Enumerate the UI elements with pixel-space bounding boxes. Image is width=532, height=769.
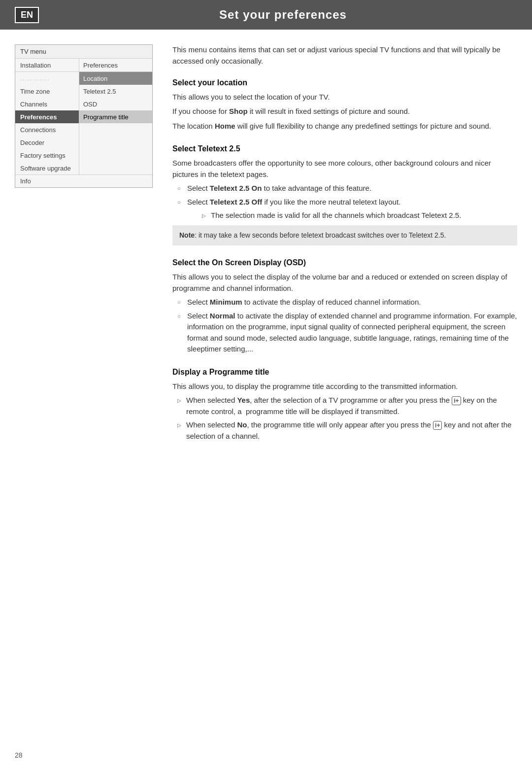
section-location: Select your location This allows you to … (172, 78, 517, 132)
section-teletext: Select Teletext 2.5 Some broadcasters of… (172, 144, 517, 245)
menu-right-programme-title: Programme title (79, 110, 152, 123)
menu-right-preferences: Preferences (79, 59, 152, 71)
tv-menu-box: TV menu Installation Preferences .......… (15, 44, 153, 188)
menu-left-dots: ............ (15, 72, 79, 85)
menu-left-software: Software upgrade (15, 162, 79, 175)
programme-sub-1: When selected Yes, after the selection o… (177, 395, 517, 417)
menu-row-channels[interactable]: Channels OSD (15, 98, 152, 110)
menu-right-teletext: Teletext 2.5 (79, 85, 152, 98)
menu-left-timezone: Time zone (15, 85, 79, 98)
section-programme-title: Display a Programme title This allows yo… (172, 368, 517, 442)
menu-row-timezone[interactable]: Time zone Teletext 2.5 (15, 85, 152, 98)
menu-left-connections: Connections (15, 123, 79, 136)
menu-row-preferences[interactable]: Preferences Programme title (15, 110, 152, 123)
intro-text: This menu contains items that can set or… (172, 44, 517, 67)
header-bar: EN Set your preferences (0, 0, 532, 30)
menu-left-channels: Channels (15, 98, 79, 110)
menu-row-decoder[interactable]: Decoder (15, 136, 152, 149)
programme-sub-list: When selected Yes, after the selection o… (177, 395, 517, 442)
teletext-para-1: Some broadcasters offer the opportunity … (172, 157, 517, 180)
section-osd: Select the On Screen Display (OSD) This … (172, 258, 517, 355)
section-body-osd: This allows you to select the display of… (172, 271, 517, 355)
teletext-bullet-2: Select Teletext 2.5 Off if you like the … (177, 197, 517, 221)
right-content: This menu contains items that can set or… (167, 44, 517, 730)
section-body-location: This allows you to select the location o… (172, 91, 517, 132)
osd-bullet-list: Select Minimum to activate the display o… (177, 297, 517, 355)
section-title-osd: Select the On Screen Display (OSD) (172, 258, 517, 267)
osd-para-1: This allows you to select the display of… (172, 271, 517, 294)
menu-right-location: Location (79, 72, 152, 85)
tv-menu-panel: TV menu Installation Preferences .......… (15, 44, 153, 730)
menu-left-decoder: Decoder (15, 136, 79, 149)
teletext-sub-1: The selection made is valid for all the … (202, 210, 517, 221)
section-title-location: Select your location (172, 78, 517, 87)
section-title-teletext: Select Teletext 2.5 (172, 144, 517, 153)
menu-row-installation[interactable]: Installation Preferences (15, 59, 152, 71)
page-number: 28 (15, 751, 23, 759)
menu-right-factory-empty (79, 149, 152, 162)
section-body-teletext: Some broadcasters offer the opportunity … (172, 157, 517, 245)
programme-sub-2: When selected No, the programme title wi… (177, 419, 517, 442)
lang-badge: EN (15, 7, 39, 23)
menu-right-decoder-empty (79, 136, 152, 149)
menu-left-installation: Installation (15, 59, 79, 71)
menu-row-dots[interactable]: ............ Location (15, 72, 152, 85)
page-footer: 28 (15, 751, 23, 759)
page-title: Set your preferences (49, 8, 517, 22)
menu-right-osd: OSD (79, 98, 152, 110)
teletext-bullet-1: Select Teletext 2.5 On to take advantage… (177, 183, 517, 194)
section-body-programme: This allows you, to display the programm… (172, 381, 517, 442)
menu-info-row: Info (15, 175, 152, 187)
menu-right-connections-empty (79, 123, 152, 136)
menu-left-preferences: Preferences (15, 110, 79, 123)
main-content: TV menu Installation Preferences .......… (0, 30, 532, 744)
location-para-2: If you choose for Shop it will result in… (172, 105, 517, 117)
menu-right-software-empty (79, 162, 152, 175)
menu-row-connections[interactable]: Connections (15, 123, 152, 136)
programme-para-1: This allows you, to display the programm… (172, 381, 517, 392)
teletext-note: Note: it may take a few seconds before t… (172, 225, 517, 245)
osd-bullet-2: Select Normal to activate the display of… (177, 311, 517, 355)
menu-row-software[interactable]: Software upgrade (15, 162, 152, 175)
tv-menu-title: TV menu (15, 45, 152, 59)
teletext-sub-list: The selection made is valid for all the … (202, 210, 517, 221)
osd-bullet-1: Select Minimum to activate the display o… (177, 297, 517, 308)
menu-row-factory[interactable]: Factory settings (15, 149, 152, 162)
section-title-programme: Display a Programme title (172, 368, 517, 377)
teletext-bullet-list: Select Teletext 2.5 On to take advantage… (177, 183, 517, 221)
menu-left-factory: Factory settings (15, 149, 79, 162)
location-para-1: This allows you to select the location o… (172, 91, 517, 103)
location-para-3: The location Home will give full flexibi… (172, 120, 517, 132)
